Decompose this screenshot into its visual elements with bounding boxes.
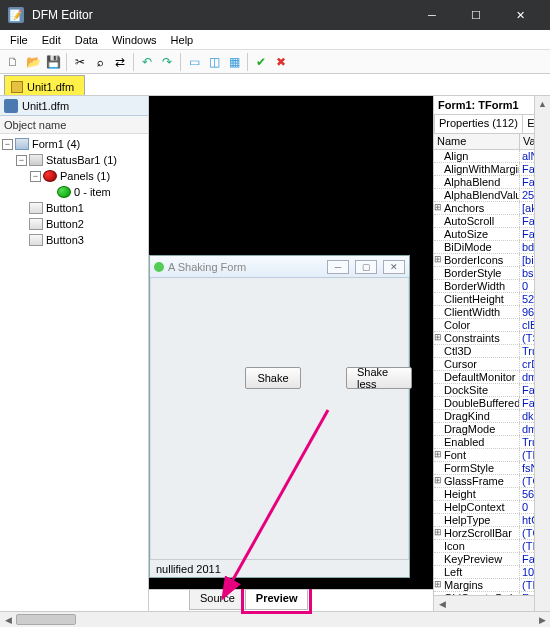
- tab-properties[interactable]: Properties (112): [434, 114, 523, 133]
- property-row[interactable]: DoubleBufferedFalse: [434, 397, 550, 410]
- scroll-track[interactable]: [16, 612, 534, 627]
- scroll-right-icon[interactable]: ▶: [534, 612, 550, 627]
- main-hscroll[interactable]: ◀ ▶: [0, 611, 550, 627]
- property-row[interactable]: Anchors[akL: [434, 202, 550, 215]
- dfm-icon: [11, 81, 23, 93]
- tree-node-form[interactable]: − Form1 (4): [0, 136, 148, 152]
- scroll-left-icon[interactable]: ◀: [0, 612, 16, 627]
- property-row[interactable]: ClientHeight524: [434, 293, 550, 306]
- property-row[interactable]: FormStylefsNo: [434, 462, 550, 475]
- property-row[interactable]: CursorcrDe: [434, 358, 550, 371]
- designer-stage[interactable]: A Shaking Form ─ ▢ ✕ Shake Shake less nu…: [149, 96, 433, 589]
- close-icon[interactable]: ✕: [383, 260, 405, 274]
- tree-column-header[interactable]: Object name: [0, 116, 148, 134]
- maximize-icon[interactable]: ▢: [355, 260, 377, 274]
- collapse-icon[interactable]: −: [30, 171, 41, 182]
- redo-icon[interactable]: ↷: [158, 53, 176, 71]
- tree-node-button2[interactable]: Button2: [0, 216, 148, 232]
- tree-node-button3[interactable]: Button3: [0, 232, 148, 248]
- check-icon[interactable]: ✔: [252, 53, 270, 71]
- preview-form[interactable]: A Shaking Form ─ ▢ ✕ Shake Shake less nu…: [149, 255, 410, 578]
- property-row[interactable]: KeyPreviewFalse: [434, 553, 550, 566]
- property-row[interactable]: ColorclBtn: [434, 319, 550, 332]
- minimize-icon[interactable]: ─: [327, 260, 349, 274]
- shake-button[interactable]: Shake: [245, 367, 301, 389]
- property-row[interactable]: GlassFrame(TGla: [434, 475, 550, 488]
- separator: [180, 53, 181, 71]
- property-row[interactable]: Margins(TMa: [434, 579, 550, 592]
- property-row[interactable]: BorderWidth0: [434, 280, 550, 293]
- document-tab[interactable]: Unit1.dfm: [4, 75, 85, 95]
- separator: [133, 53, 134, 71]
- scroll-up-icon[interactable]: ▲: [535, 96, 550, 112]
- find-icon[interactable]: ⌕: [91, 53, 109, 71]
- designer-panel: A Shaking Form ─ ▢ ✕ Shake Shake less nu…: [148, 96, 434, 611]
- shake-less-button[interactable]: Shake less: [346, 367, 412, 389]
- menu-windows[interactable]: Windows: [106, 32, 163, 48]
- collapse-icon[interactable]: −: [2, 139, 13, 150]
- property-row[interactable]: DragModedmM: [434, 423, 550, 436]
- property-row[interactable]: ClientWidth963: [434, 306, 550, 319]
- replace-icon[interactable]: ⇄: [111, 53, 129, 71]
- menu-data[interactable]: Data: [69, 32, 104, 48]
- property-row[interactable]: HelpContext0: [434, 501, 550, 514]
- property-row[interactable]: AutoSizeFalse: [434, 228, 550, 241]
- property-name: Margins: [434, 579, 520, 591]
- property-row[interactable]: Left10: [434, 566, 550, 579]
- open-icon[interactable]: 📂: [24, 53, 42, 71]
- property-row[interactable]: DefaultMonitordmA: [434, 371, 550, 384]
- property-row[interactable]: Constraints(TSiz: [434, 332, 550, 345]
- tree-node-panels[interactable]: − Panels (1): [0, 168, 148, 184]
- collapse-icon[interactable]: −: [16, 155, 27, 166]
- property-name: KeyPreview: [434, 553, 520, 565]
- scroll-left-icon[interactable]: ◀: [434, 596, 450, 611]
- property-row[interactable]: AutoScrollFalse: [434, 215, 550, 228]
- property-row[interactable]: AlignalNo: [434, 150, 550, 163]
- minimize-button[interactable]: ─: [410, 0, 454, 30]
- inspector-tabs: Properties (112) E: [434, 114, 550, 134]
- workspace-vscroll[interactable]: ▲: [534, 96, 550, 611]
- button-icon: [29, 202, 43, 214]
- tab-source[interactable]: Source: [189, 590, 246, 610]
- menu-help[interactable]: Help: [165, 32, 200, 48]
- property-name: AutoScroll: [434, 215, 520, 227]
- property-row[interactable]: HorzScrollBar(TCo: [434, 527, 550, 540]
- inspector-hscroll[interactable]: ◀ ▶: [434, 595, 550, 611]
- cascade-icon[interactable]: ▦: [225, 53, 243, 71]
- form-icon: [154, 262, 164, 272]
- property-name: BorderIcons: [434, 254, 520, 266]
- property-row[interactable]: DockSiteFalse: [434, 384, 550, 397]
- property-row[interactable]: Icon(TIco: [434, 540, 550, 553]
- close-button[interactable]: ✕: [498, 0, 542, 30]
- tree-node-button1[interactable]: Button1: [0, 200, 148, 216]
- delete-icon[interactable]: ✖: [272, 53, 290, 71]
- save-icon[interactable]: 💾: [44, 53, 62, 71]
- window-icon[interactable]: ▭: [185, 53, 203, 71]
- property-row[interactable]: HelpTypehtCo: [434, 514, 550, 527]
- preview-form-titlebar[interactable]: A Shaking Form ─ ▢ ✕: [150, 256, 409, 278]
- property-row[interactable]: AlignWithMarginsFalse: [434, 163, 550, 176]
- tree-node-item[interactable]: 0 - item: [0, 184, 148, 200]
- col-name[interactable]: Name: [434, 134, 520, 149]
- menu-edit[interactable]: Edit: [36, 32, 67, 48]
- tile-icon[interactable]: ◫: [205, 53, 223, 71]
- menu-file[interactable]: File: [4, 32, 34, 48]
- maximize-button[interactable]: ☐: [454, 0, 498, 30]
- property-grid[interactable]: Name Valu AlignalNoAlignWithMarginsFalse…: [434, 134, 550, 595]
- property-row[interactable]: EnabledTrue: [434, 436, 550, 449]
- cut-icon[interactable]: ✂: [71, 53, 89, 71]
- property-row[interactable]: DragKinddkDr: [434, 410, 550, 423]
- scroll-thumb[interactable]: [16, 614, 76, 625]
- property-row[interactable]: BorderIcons[biSy: [434, 254, 550, 267]
- property-row[interactable]: AlphaBlendFalse: [434, 176, 550, 189]
- undo-icon[interactable]: ↶: [138, 53, 156, 71]
- tree-node-statusbar[interactable]: − StatusBar1 (1): [0, 152, 148, 168]
- property-row[interactable]: AlphaBlendValue255: [434, 189, 550, 202]
- property-row[interactable]: Ctl3DTrue: [434, 345, 550, 358]
- property-row[interactable]: BorderStylebsSiz: [434, 267, 550, 280]
- property-row[interactable]: BiDiModebdLe: [434, 241, 550, 254]
- property-row[interactable]: Font(TFo: [434, 449, 550, 462]
- tab-preview[interactable]: Preview: [245, 590, 309, 610]
- new-icon[interactable]: 🗋: [4, 53, 22, 71]
- property-row[interactable]: Height563: [434, 488, 550, 501]
